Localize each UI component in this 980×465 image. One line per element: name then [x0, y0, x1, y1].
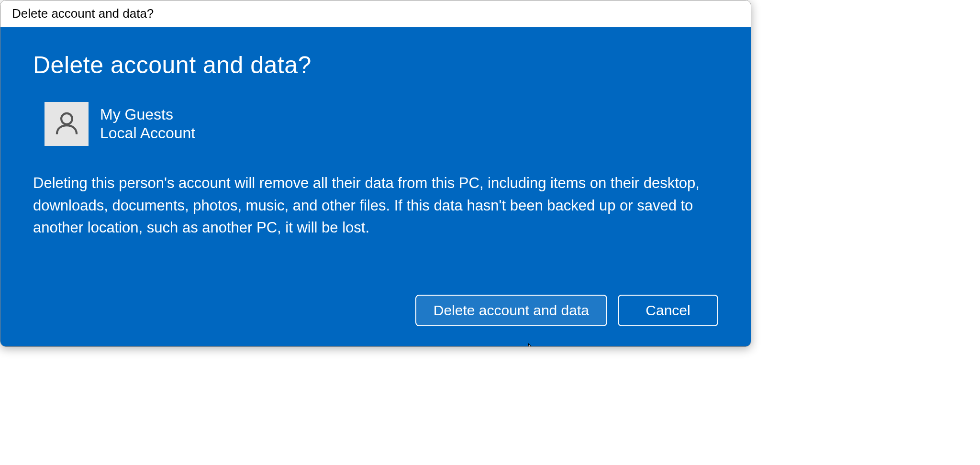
cursor-icon [527, 343, 542, 347]
user-icon [54, 110, 80, 138]
dialog-heading: Delete account and data? [33, 51, 718, 79]
account-text: My Guests Local Account [100, 106, 195, 142]
warning-text: Deleting this person's account will remo… [33, 172, 718, 239]
svg-point-0 [61, 113, 72, 124]
account-info: My Guests Local Account [45, 102, 718, 146]
avatar [45, 102, 89, 146]
window-titlebar[interactable]: Delete account and data? [0, 0, 751, 27]
window-title: Delete account and data? [12, 6, 154, 21]
delete-account-button[interactable]: Delete account and data [415, 295, 607, 326]
account-type: Local Account [100, 124, 195, 142]
cancel-button[interactable]: Cancel [618, 295, 718, 326]
dialog-window: Delete account and data? Delete account … [0, 0, 751, 347]
account-name: My Guests [100, 106, 195, 123]
button-row: Delete account and data Cancel [33, 276, 718, 326]
dialog-body: Delete account and data? My Guests Local… [0, 27, 751, 346]
